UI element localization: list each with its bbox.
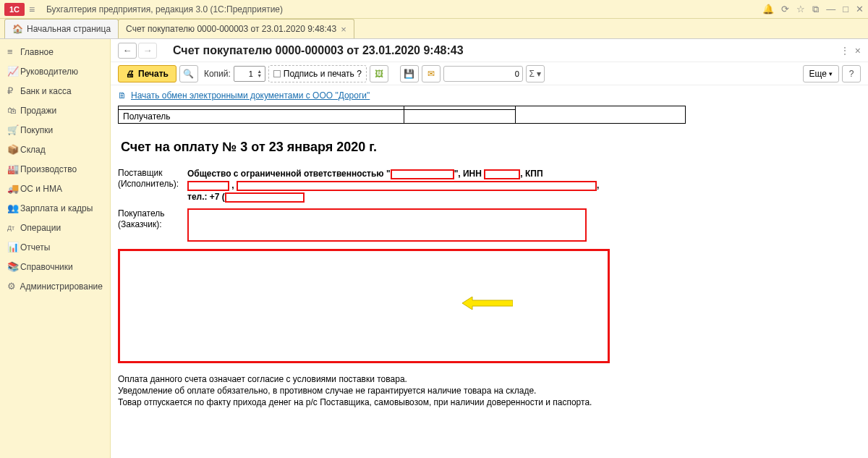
sidebar-label: Продажи: [20, 106, 56, 116]
redacted-box: [391, 169, 454, 179]
bars-icon: 📊: [7, 242, 20, 253]
print-button[interactable]: 🖨 Печать: [118, 65, 176, 82]
tab-home-label: Начальная страница: [27, 24, 111, 34]
sidebar: ≡Главное 📈Руководителю ₽Банк и касса 🛍Пр…: [0, 39, 111, 458]
sidebar-item-operations[interactable]: ДтОперации: [0, 218, 110, 237]
buyer-label: Покупатель(Заказчик):: [118, 208, 187, 242]
sidebar-item-reports[interactable]: 📊Отчеты: [0, 237, 110, 257]
app-title: Бухгалтерия предприятия, редакция 3.0 (1…: [46, 4, 762, 14]
redacted-buyer-box: [187, 208, 587, 242]
sidebar-item-payroll[interactable]: 👥Зарплата и кадры: [0, 198, 110, 218]
more-dots-icon[interactable]: ⋮: [841, 46, 849, 56]
terms-line: Уведомление об оплате обязательно, в про…: [118, 385, 610, 396]
sidebar-item-directories[interactable]: 📚Справочники: [0, 257, 110, 276]
facsimile-button[interactable]: 🖼: [370, 65, 388, 82]
buyer-row: Покупатель(Заказчик):: [118, 208, 851, 242]
dt-icon: Дт: [7, 224, 20, 232]
close-window-button[interactable]: ✕: [856, 4, 864, 15]
preview-button[interactable]: 🔍: [179, 65, 198, 82]
minimize-button[interactable]: —: [826, 4, 835, 15]
sidebar-item-main[interactable]: ≡Главное: [0, 42, 110, 62]
redacted-box: [237, 181, 597, 191]
sidebar-label: Руководителю: [20, 67, 78, 77]
copies-input[interactable]: [234, 69, 255, 78]
document-body: Получатель Счет на оплату № 3 от 23 янва…: [111, 103, 868, 458]
bell-icon[interactable]: 🔔: [762, 4, 774, 15]
sidebar-label: Банк и касса: [20, 86, 72, 96]
home-icon: 🏠: [12, 24, 23, 34]
help-button[interactable]: ?: [842, 65, 861, 82]
arrow-yellow-icon: [462, 297, 513, 310]
sidebar-item-production[interactable]: 🏭Производство: [0, 159, 110, 179]
sidebar-item-sales[interactable]: 🛍Продажи: [0, 101, 110, 120]
window-controls: 🔔 ⟳ ☆ ⧉ — □ ✕: [762, 4, 864, 15]
sidebar-item-admin[interactable]: ⚙Администрирование: [0, 276, 110, 296]
sidebar-label: ОС и НМА: [20, 184, 62, 194]
edo-link-bar: 🗎 Начать обмен электронными документами …: [111, 85, 868, 103]
maximize-button[interactable]: □: [843, 4, 848, 15]
truck-icon: 🚚: [7, 183, 20, 194]
edo-link[interactable]: Начать обмен электронными документами с …: [131, 90, 370, 101]
print-label: Печать: [138, 69, 169, 79]
supplier-label: Поставщик(Исполнитель):: [118, 168, 187, 203]
sidebar-label: Справочники: [20, 262, 73, 272]
sidebar-item-bank[interactable]: ₽Банк и касса: [0, 81, 110, 101]
sum-button[interactable]: Σ ▾: [526, 65, 545, 82]
supplier-text: Общество с ограниченной ответственностью…: [187, 168, 851, 203]
document-icon: 🗎: [118, 90, 127, 101]
more-label: Еще: [809, 69, 827, 79]
list-icon: ≡: [7, 46, 20, 57]
toolbar: 🖨 Печать 🔍 Копий: ▲▼ Подпись и печать ? …: [111, 62, 868, 85]
close-doc-button[interactable]: ×: [855, 45, 861, 56]
terms-line: Оплата данного счета означает согласие с…: [118, 373, 610, 385]
menu-icon[interactable]: ≡: [29, 4, 41, 14]
tab-document[interactable]: Счет покупателю 0000-000003 от 23.01.202…: [118, 19, 354, 38]
sign-label: Подпись и печать ?: [284, 69, 362, 79]
email-button[interactable]: ✉: [422, 65, 441, 82]
people-icon: 👥: [7, 203, 20, 213]
redacted-big-box: [118, 249, 610, 363]
sidebar-label: Склад: [20, 145, 46, 155]
content-area: ← → Счет покупателю 0000-000003 от 23.01…: [111, 39, 868, 458]
more-button[interactable]: Еще▾: [803, 65, 839, 82]
count-input[interactable]: [443, 66, 523, 82]
window-titlebar: 1C ≡ Бухгалтерия предприятия, редакция 3…: [0, 0, 868, 19]
sidebar-item-purchases[interactable]: 🛒Покупки: [0, 120, 110, 140]
sidebar-label: Зарплата и кадры: [20, 203, 93, 213]
head-table: Получатель: [118, 106, 686, 124]
save-button[interactable]: 💾: [400, 65, 419, 82]
cart-icon: 🛒: [7, 124, 20, 135]
box-icon: 📦: [7, 144, 20, 155]
star-icon[interactable]: ☆: [796, 4, 805, 15]
sidebar-label: Операции: [20, 223, 61, 233]
tab-home[interactable]: 🏠 Начальная страница: [4, 19, 119, 38]
sidebar-label: Покупки: [20, 125, 53, 135]
history-icon[interactable]: ⟳: [781, 4, 789, 15]
spinner-arrows[interactable]: ▲▼: [255, 69, 265, 78]
sidebar-label: Отчеты: [20, 242, 50, 253]
sidebar-label: Администрирование: [20, 281, 103, 292]
chart-icon: 📈: [7, 66, 20, 77]
ruble-icon: ₽: [7, 85, 20, 96]
terms-line: Товар отпускается по факту прихода денег…: [118, 396, 610, 408]
terms-block: Оплата данного счета означает согласие с…: [118, 373, 610, 408]
nav-back-button[interactable]: ←: [118, 43, 137, 59]
sidebar-item-manager[interactable]: 📈Руководителю: [0, 62, 110, 81]
books-icon: 📚: [7, 261, 20, 272]
gear-icon: ⚙: [7, 281, 20, 292]
recipient-cell: Получатель: [119, 110, 404, 124]
copies-label: Копий:: [204, 69, 231, 79]
sign-stamp-button[interactable]: Подпись и печать ?: [268, 65, 367, 82]
sidebar-item-assets[interactable]: 🚚ОС и НМА: [0, 179, 110, 198]
sidebar-label: Главное: [20, 47, 54, 57]
svg-marker-0: [462, 297, 513, 310]
nav-forward-button[interactable]: →: [138, 43, 157, 59]
link-icon[interactable]: ⧉: [812, 4, 819, 15]
supplier-row: Поставщик(Исполнитель): Общество с огран…: [118, 168, 851, 203]
copies-spinner[interactable]: ▲▼: [234, 66, 265, 82]
redacted-box: [187, 181, 229, 191]
sidebar-label: Производство: [20, 164, 77, 174]
tab-close-icon[interactable]: ×: [341, 24, 346, 35]
sidebar-item-warehouse[interactable]: 📦Склад: [0, 140, 110, 159]
redacted-box: [225, 192, 305, 203]
